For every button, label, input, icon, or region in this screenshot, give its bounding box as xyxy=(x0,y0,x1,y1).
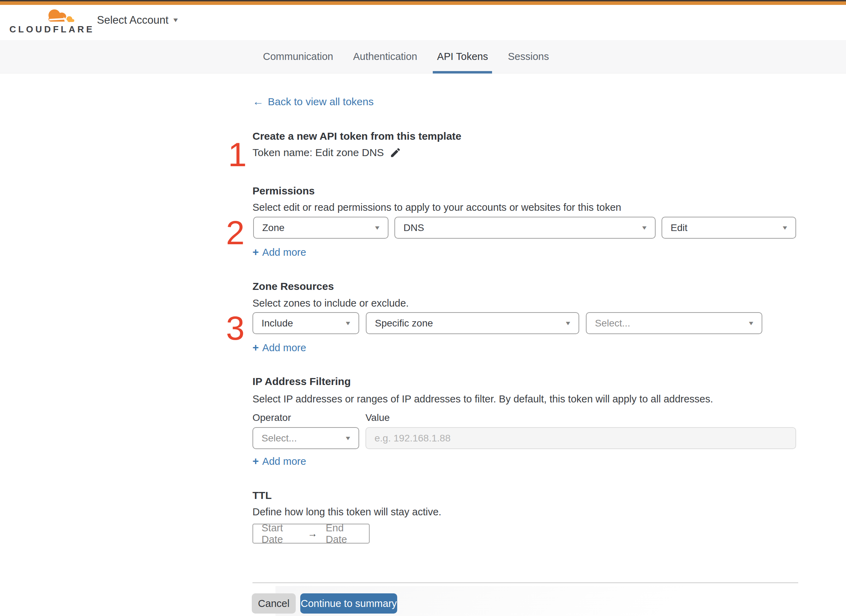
footer-divider xyxy=(253,582,798,583)
tab-sessions[interactable]: Sessions xyxy=(508,40,549,73)
permissions-row: Zone ▼ DNS ▼ Edit ▼ xyxy=(253,217,796,239)
tab-communication[interactable]: Communication xyxy=(263,40,333,73)
tab-api-tokens[interactable]: API Tokens xyxy=(437,40,488,73)
chevron-down-icon: ▼ xyxy=(344,435,352,441)
zone-resources-add-more-link[interactable]: + Add more xyxy=(253,342,306,354)
cancel-button[interactable]: Cancel xyxy=(252,593,296,613)
step-2-number: 2 xyxy=(226,216,244,249)
chevron-down-icon: ▼ xyxy=(641,225,648,231)
ip-value-input[interactable] xyxy=(365,427,796,449)
operator-label: Operator xyxy=(253,412,291,423)
ip-filtering-row: Select... ▼ xyxy=(253,427,359,449)
account-selector[interactable]: Select Account ▼ xyxy=(97,14,178,26)
step-3-number: 3 xyxy=(226,311,244,345)
token-name-row: Token name: Edit zone DNS xyxy=(253,147,402,158)
back-to-tokens-link[interactable]: ← Back to view all tokens xyxy=(253,95,374,108)
plus-icon: + xyxy=(253,246,259,258)
zone-type-select[interactable]: Specific zone ▼ xyxy=(366,312,579,334)
section-tabbar: Communication Authentication API Tokens … xyxy=(0,40,846,73)
cloudflare-wordmark: CLOUDFLARE xyxy=(9,24,94,35)
chevron-down-icon: ▼ xyxy=(344,320,352,327)
start-date-placeholder: Start Date xyxy=(262,522,299,545)
end-date-placeholder: End Date xyxy=(326,522,360,545)
cloudflare-cloud-icon xyxy=(42,8,77,26)
permissions-description: Select edit or read permissions to apply… xyxy=(253,202,621,213)
chevron-down-icon: ▼ xyxy=(565,320,572,327)
ip-filtering-heading: IP Address Filtering xyxy=(253,375,351,387)
continue-to-summary-button[interactable]: Continue to summary xyxy=(300,593,397,613)
value-label: Value xyxy=(365,412,390,423)
permissions-add-more-link[interactable]: + Add more xyxy=(253,246,306,258)
page-title: Create a new API token from this templat… xyxy=(253,130,461,142)
zone-include-select[interactable]: Include ▼ xyxy=(253,312,359,334)
right-arrow-icon: → xyxy=(308,528,317,539)
zone-resources-heading: Zone Resources xyxy=(253,280,334,292)
app-header: CLOUDFLARE Select Account ▼ xyxy=(0,5,846,40)
tab-authentication[interactable]: Authentication xyxy=(353,40,417,73)
cloudflare-api-token-page: CLOUDFLARE Select Account ▼ Communicatio… xyxy=(0,0,846,616)
back-link-label: Back to view all tokens xyxy=(268,96,374,108)
chevron-down-icon: ▼ xyxy=(781,225,789,231)
ttl-description: Define how long this token will stay act… xyxy=(253,506,441,518)
chevron-down-icon: ▼ xyxy=(747,320,755,327)
left-arrow-icon: ← xyxy=(253,95,263,108)
edit-pencil-icon[interactable] xyxy=(390,147,402,158)
account-selector-label: Select Account xyxy=(97,14,168,26)
permission-group-select[interactable]: DNS ▼ xyxy=(394,217,656,239)
ttl-date-range-picker[interactable]: Start Date → End Date xyxy=(253,524,370,544)
token-name-label: Token name: Edit zone DNS xyxy=(253,147,384,158)
zone-resources-description: Select zones to include or exclude. xyxy=(253,298,409,309)
active-tab-underline xyxy=(433,71,492,73)
permission-access-select[interactable]: Edit ▼ xyxy=(662,217,796,239)
brand-accent-bar xyxy=(0,1,846,5)
step-1-number: 1 xyxy=(228,138,247,172)
operator-select[interactable]: Select... ▼ xyxy=(253,427,359,449)
zone-resources-row: Include ▼ Specific zone ▼ Select... ▼ xyxy=(253,312,762,334)
cloudflare-logo[interactable]: CLOUDFLARE xyxy=(9,8,77,37)
zone-picker-select[interactable]: Select... ▼ xyxy=(586,312,762,334)
plus-icon: + xyxy=(253,455,259,468)
ip-filtering-add-more-link[interactable]: + Add more xyxy=(253,455,306,468)
chevron-down-icon: ▼ xyxy=(374,225,381,231)
permission-scope-select[interactable]: Zone ▼ xyxy=(253,217,388,239)
ttl-heading: TTL xyxy=(253,490,272,502)
permissions-heading: Permissions xyxy=(253,185,315,197)
ip-filtering-description: Select IP addresses or ranges of IP addr… xyxy=(253,393,713,405)
plus-icon: + xyxy=(253,342,259,354)
chevron-down-icon: ▼ xyxy=(172,17,179,24)
